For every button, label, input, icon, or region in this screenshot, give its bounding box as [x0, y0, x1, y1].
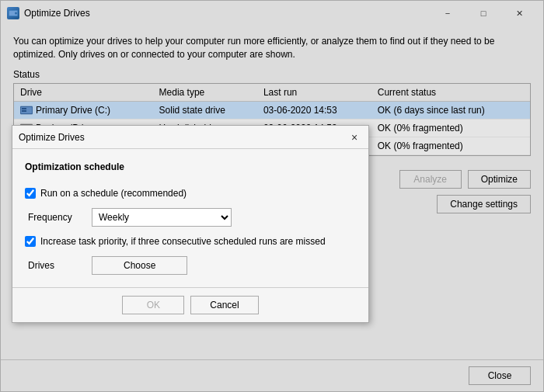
frequency-select[interactable]: Weekly Daily Monthly [92, 208, 232, 227]
main-window: Optimize Drives − □ ✕ You can optimize y… [0, 0, 544, 392]
dialog-section-title: Optimization schedule [25, 161, 356, 172]
ok-button[interactable]: OK [122, 296, 184, 314]
dialog-title: Optimize Drives [19, 132, 342, 143]
dialog-overlay: Optimize Drives × Optimization schedule … [1, 1, 543, 391]
frequency-label: Frequency [28, 212, 82, 223]
frequency-row: Frequency Weekly Daily Monthly [25, 208, 356, 227]
drives-row: Drives Choose [25, 256, 356, 275]
run-schedule-label: Run on a schedule (recommended) [40, 188, 187, 199]
increase-priority-checkbox[interactable] [25, 236, 36, 247]
increase-priority-row: Increase task priority, if three consecu… [25, 236, 356, 247]
dialog-content: Optimization schedule Run on a schedule … [12, 149, 368, 287]
drives-label: Drives [28, 260, 82, 271]
dialog-title-bar: Optimize Drives × [12, 126, 368, 149]
optimize-dialog: Optimize Drives × Optimization schedule … [12, 125, 369, 323]
run-schedule-checkbox[interactable] [25, 188, 36, 199]
dialog-bottom: OK Cancel [12, 287, 368, 322]
run-on-schedule-row: Run on a schedule (recommended) [25, 188, 356, 199]
dialog-close-button[interactable]: × [347, 130, 362, 145]
choose-button[interactable]: Choose [92, 256, 187, 275]
increase-priority-label: Increase task priority, if three consecu… [40, 236, 326, 247]
cancel-button[interactable]: Cancel [190, 296, 258, 314]
